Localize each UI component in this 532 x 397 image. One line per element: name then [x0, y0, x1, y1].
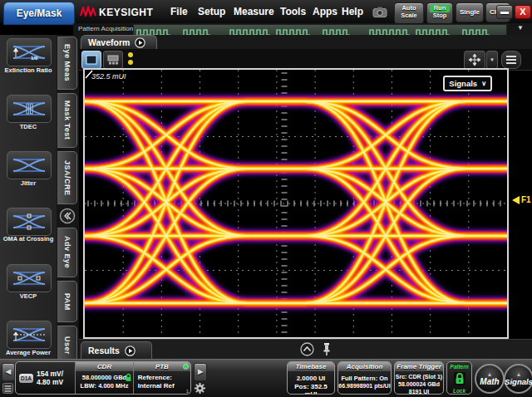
- scroll-panels-left-button[interactable]: ◀: [2, 363, 15, 381]
- menu-button[interactable]: [501, 51, 521, 69]
- menu-file[interactable]: File: [170, 6, 188, 17]
- marker-label: F1: [521, 195, 531, 204]
- acquisition-title: Acquisition: [338, 362, 391, 371]
- ptb-reference-label: Reference:: [134, 374, 190, 382]
- f1-function-marker[interactable]: F1: [512, 195, 531, 204]
- eye-diagram-plot[interactable]: 352.5 mUI Signals ∨: [83, 68, 509, 339]
- play-icon[interactable]: [125, 346, 135, 356]
- acqbar-caret-icon[interactable]: ▼: [517, 24, 524, 32]
- pan-zoom-dropdown[interactable]: ▼: [486, 51, 498, 69]
- waveform-tab-row: Waveform: [79, 35, 532, 50]
- keysight-logo-icon: [80, 5, 96, 18]
- waveform-panel: Waveform: [79, 35, 532, 339]
- minimize-button[interactable]: ▬: [496, 5, 513, 19]
- run-stop-button[interactable]: Run Stop: [426, 2, 453, 24]
- axis-arrow-icon: [14, 48, 18, 57]
- oma-at-crossing-button[interactable]: [7, 208, 52, 236]
- panel-list-button[interactable]: [2, 383, 13, 394]
- measure-table-button[interactable]: [103, 51, 123, 69]
- cdr-title: CDR: [76, 362, 132, 371]
- average-power-button[interactable]: [7, 321, 52, 349]
- sidebar-item-label: Extinction Ratio: [0, 66, 57, 74]
- jitter-button[interactable]: [7, 151, 52, 179]
- pan-zoom-button[interactable]: [464, 51, 485, 69]
- cdr-rate: 58.000000 GBd: [82, 374, 126, 381]
- brand-text: KEYSIGHT: [99, 7, 153, 18]
- pin-icon: [324, 343, 329, 346]
- marker-dots-icon[interactable]: [127, 51, 134, 66]
- vecp-button[interactable]: [7, 264, 52, 292]
- tab-eye-meas[interactable]: Eye Meas: [57, 37, 77, 90]
- arrow-up-icon: ▲: [516, 371, 522, 377]
- results-tab[interactable]: Results: [81, 341, 152, 359]
- pin-panel-button[interactable]: [322, 342, 332, 356]
- cdr-lock-icon: [125, 373, 132, 382]
- vecp-marker-icon: [18, 277, 22, 280]
- camera-icon[interactable]: [372, 7, 387, 17]
- mode-tab-eye-mask[interactable]: Eye/Mask: [3, 2, 75, 25]
- measurement-category-tabs: Eye Meas Mask Test JSA/CRE Adv Eye PAM U…: [57, 35, 79, 359]
- marker-triangle-icon: [512, 196, 520, 204]
- expand-results-button[interactable]: [300, 342, 314, 356]
- arrow-right-icon: ▶: [198, 368, 203, 375]
- math-button[interactable]: ▲ Math: [475, 364, 505, 394]
- eye-diagram-graticule: [85, 70, 507, 337]
- menu-tools[interactable]: Tools: [280, 6, 306, 17]
- timebase-title: Timebase: [288, 362, 334, 371]
- menu-help[interactable]: Help: [342, 6, 363, 17]
- channel-badge: D1A: [19, 374, 33, 383]
- single-button[interactable]: Single: [456, 2, 484, 22]
- pattern-waveform-strip: [133, 24, 507, 36]
- tab-jsa-cre[interactable]: JSA/CRE: [57, 151, 77, 204]
- hamburger-icon: [506, 56, 516, 64]
- close-button[interactable]: X: [515, 5, 531, 19]
- results-bar: Results: [79, 339, 532, 360]
- status-bar: ◀ D1A 154 mV/4.80 mV CDR 58.000000 GBd: [0, 359, 532, 397]
- ptb-reference-value: Internal Ref: [134, 382, 190, 390]
- timebase-position: Pos: 352.5 mUI: [288, 383, 334, 395]
- panel-page-indicator: 1: [186, 389, 189, 394]
- arrow-left-icon: ◀: [6, 368, 11, 375]
- tab-mask-test[interactable]: Mask Test: [57, 93, 77, 148]
- display-icon: [86, 55, 97, 65]
- pan-icon: [468, 53, 481, 66]
- frame-trigger-title: Frame Trigger: [395, 362, 443, 371]
- ptb-panel[interactable]: PTB Reference: Internal Ref 1: [133, 362, 190, 394]
- ptb-status-led: [183, 364, 189, 370]
- timebase-panel[interactable]: Timebase 2.0000 UI Pos: 352.5 mUI: [287, 361, 335, 395]
- close-icon: X: [520, 7, 525, 17]
- menu-apps[interactable]: Apps: [313, 6, 337, 17]
- mode-tab-label: Eye/Mask: [17, 7, 62, 19]
- signals-dropdown[interactable]: Signals ∨: [443, 76, 492, 91]
- cdr-panel[interactable]: CDR 58.000000 GBd LBW: 4.000 MHz: [75, 362, 132, 394]
- frame-trigger-panel[interactable]: Frame Trigger Src: CDR (Slot 1) 58.00002…: [394, 361, 444, 395]
- signals-button[interactable]: ▲ Signals: [504, 364, 532, 394]
- menu-setup[interactable]: Setup: [198, 6, 225, 17]
- channel-panel[interactable]: D1A 154 mV/4.80 mV: [16, 362, 75, 394]
- scroll-panels-right-button[interactable]: ▶: [194, 363, 207, 381]
- caret-down-icon: ▼: [490, 57, 495, 62]
- play-icon[interactable]: [135, 37, 145, 48]
- extinction-ratio-button[interactable]: 1/0: [7, 38, 52, 66]
- tab-pam[interactable]: PAM: [57, 281, 77, 322]
- frame-trigger-rate: 58.000024 GBd: [395, 380, 443, 388]
- one-zero-note: 1/0: [31, 56, 38, 61]
- channel-offset: 4.80 mV: [37, 378, 63, 386]
- eye-display-button[interactable]: [81, 51, 101, 69]
- arrow-up-icon: ▲: [487, 371, 493, 377]
- tdec-button[interactable]: [7, 95, 52, 123]
- settings-button[interactable]: [194, 382, 206, 395]
- menu-measure[interactable]: Measure: [234, 6, 274, 17]
- timebase-scale: 2.0000 UI: [288, 374, 334, 383]
- sidebar-item-label: OMA at Crossing: [0, 235, 57, 243]
- title-bar: Eye/Mask KEYSIGHT File Setup Measure Too…: [0, 0, 532, 23]
- collapse-sidebar-button[interactable]: [59, 208, 76, 224]
- tab-adv-eye[interactable]: Adv Eye: [57, 228, 77, 277]
- channel-scale: 154 mV/: [37, 370, 63, 378]
- acquisition-panel[interactable]: Acquisition Full Pattern: On 66.98998901…: [337, 361, 392, 395]
- flexdca-window: Eye/Mask KEYSIGHT File Setup Measure Too…: [0, 0, 532, 397]
- table-icon: [107, 55, 119, 65]
- auto-scale-button[interactable]: Auto Scale: [394, 2, 424, 24]
- pattern-lock-indicator[interactable]: Pattern Lock: [446, 361, 472, 395]
- waveform-tab[interactable]: Waveform: [81, 35, 157, 49]
